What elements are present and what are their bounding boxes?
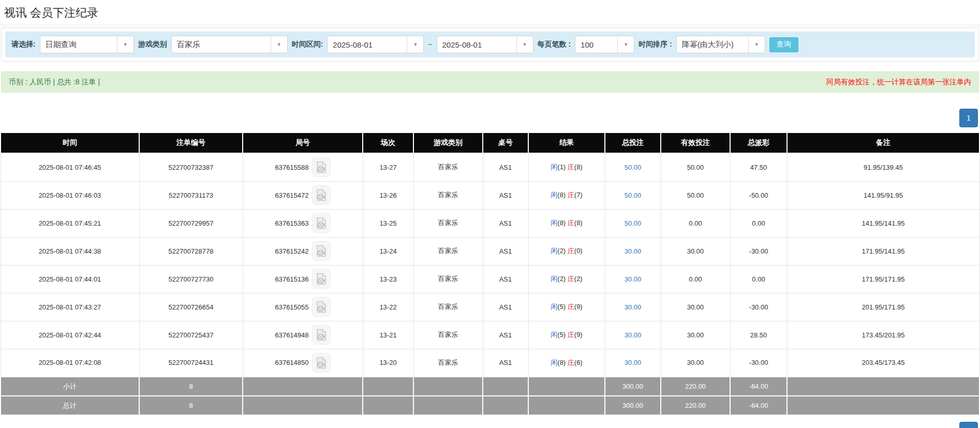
total-bet-link[interactable]: 30.00 — [625, 359, 642, 366]
game-category-cell: 百家乐 — [413, 181, 483, 209]
result-cell: 闲(2) 庄(2) — [528, 265, 605, 293]
time-cell: 2025-08-01 07:43:27 — [1, 293, 139, 321]
subtotal-empty-cell — [243, 377, 363, 396]
banker-result: 庄 — [568, 275, 574, 283]
round-number-cell: 637615242 — [243, 237, 363, 265]
payout-cell: 47.50 — [730, 153, 787, 181]
total-bet-link[interactable]: 30.00 — [625, 275, 642, 283]
game-category-label: 游戏类别 — [138, 40, 167, 49]
total-payout: -64.00 — [730, 396, 787, 415]
film-document-icon — [316, 301, 327, 313]
page-1-button[interactable]: 1 — [959, 422, 978, 428]
total-bet-link[interactable]: 30.00 — [625, 247, 642, 255]
search-button[interactable]: 查询 — [769, 37, 798, 52]
table-number-cell: AS1 — [483, 265, 528, 293]
page-1-button[interactable]: 1 — [959, 109, 978, 127]
video-replay-button[interactable] — [312, 213, 331, 233]
round-number-wrap: 637615363 — [275, 213, 330, 233]
column-header: 有效投注 — [661, 132, 730, 153]
time-cell: 2025-08-01 07:45:21 — [1, 209, 139, 237]
round-number-cell: 637615136 — [243, 265, 363, 293]
result-cell: 闲(2) 庄(0) — [528, 237, 605, 265]
chevron-down-icon: ▼ — [407, 36, 423, 53]
total-bet-cell: 30.00 — [605, 237, 661, 265]
banker-count: (2) — [574, 275, 583, 283]
round-number-cell: 637614948 — [243, 321, 363, 349]
total-empty-cell — [528, 396, 605, 415]
total-bet-link[interactable]: 30.00 — [625, 303, 642, 311]
summary-bar: 币别 : 人民币 | 总共 :8 注单 | 同局有效投注，统一计算在该局第一张注… — [1, 71, 979, 93]
table-header: 时间注单编号局号场次游戏类别桌号结果总投注有效投注总派彩备注 — [1, 132, 979, 153]
total-bet-link[interactable]: 50.00 — [625, 164, 642, 171]
bet-records-table: 时间注单编号局号场次游戏类别桌号结果总投注有效投注总派彩备注 2025-08-0… — [0, 132, 980, 416]
valid-bet-cell: 0.00 — [661, 265, 730, 293]
video-replay-button[interactable] — [312, 325, 331, 345]
video-replay-button[interactable] — [312, 269, 331, 289]
subtotal-valid-bet: 220.00 — [661, 377, 730, 396]
time-sort-select[interactable]: 降幂(由大到小) ▼ — [676, 36, 765, 53]
remark-cell: 91.95/139.45 — [787, 153, 979, 181]
video-replay-button[interactable] — [312, 241, 331, 261]
payout-cell: -30.00 — [730, 237, 787, 265]
player-count: (8) — [557, 191, 566, 199]
payout-cell: 0.00 — [730, 265, 787, 293]
table-row: 2025-08-01 07:46:45522700732387637615588… — [1, 153, 979, 181]
video-replay-button[interactable] — [312, 353, 331, 373]
total-label: 总计 — [1, 396, 139, 415]
subtotal-row: 小计8300.00220.00-64.00 — [1, 377, 979, 396]
valid-bet-cell: 50.00 — [661, 181, 730, 209]
total-bet-cell: 50.00 — [605, 181, 661, 209]
table-row: 2025-08-01 07:42:08522700724431637614850… — [1, 349, 979, 377]
date-to-select[interactable]: 2025-08-01 ▼ — [437, 36, 533, 53]
game-category-select[interactable]: 百家乐 ▼ — [171, 36, 288, 53]
valid-bet-cell: 0.00 — [661, 209, 730, 237]
banker-result: 庄 — [568, 331, 574, 338]
game-category-cell: 百家乐 — [413, 293, 483, 321]
table-row: 2025-08-01 07:44:01522700727730637615136… — [1, 265, 979, 293]
video-replay-button[interactable] — [312, 157, 331, 177]
total-bet-link[interactable]: 50.00 — [625, 219, 642, 227]
total-bet-cell: 50.00 — [605, 153, 661, 181]
round-number-wrap: 637614948 — [275, 325, 330, 345]
round-number-wrap: 637615136 — [275, 269, 330, 289]
video-replay-button[interactable] — [312, 185, 331, 205]
game-category-cell: 百家乐 — [413, 349, 483, 377]
round-number: 637615242 — [275, 247, 308, 255]
subtotal-empty-cell — [528, 377, 605, 396]
banker-result: 庄 — [568, 163, 574, 171]
video-replay-button[interactable] — [312, 297, 331, 317]
query-type-select[interactable]: 日期查询 ▼ — [40, 36, 134, 53]
session-cell: 13-20 — [363, 349, 413, 377]
time-sort-value: 降幂(由大到小) — [677, 36, 748, 53]
round-number-cell: 637615472 — [243, 181, 363, 209]
banker-count: (7) — [574, 191, 583, 199]
table-number-cell: AS1 — [483, 209, 528, 237]
total-bet-link[interactable]: 50.00 — [625, 191, 642, 199]
banker-result: 庄 — [568, 359, 574, 366]
round-number: 637615136 — [275, 275, 308, 283]
subtotal-count: 8 — [139, 377, 243, 396]
filter-panel: 请选择: 日期查询 ▼ 游戏类别 百家乐 ▼ 时间区间: 2025-08-01 … — [1, 27, 979, 62]
chevron-down-icon: ▼ — [117, 36, 133, 53]
game-category-cell: 百家乐 — [413, 265, 483, 293]
session-cell: 13-24 — [363, 237, 413, 265]
time-cell: 2025-08-01 07:46:45 — [1, 153, 139, 181]
payout-cell: -50.00 — [730, 181, 787, 209]
subtotal-empty-cell — [413, 377, 483, 396]
banker-count: (8) — [574, 219, 583, 227]
table-number-cell: AS1 — [483, 321, 528, 349]
page-size-select[interactable]: 100 ▼ — [575, 36, 634, 53]
session-cell: 13-27 — [363, 153, 413, 181]
subtotal-empty-cell — [787, 377, 979, 396]
page-size-label: 每页笔数 : — [538, 40, 571, 49]
player-result: 闲 — [551, 163, 557, 171]
table-number-cell: AS1 — [483, 293, 528, 321]
total-bet-cell: 30.00 — [605, 293, 661, 321]
time-cell: 2025-08-01 07:42:08 — [1, 349, 139, 377]
tilde-separator: ~ — [428, 40, 432, 49]
round-number: 637615055 — [275, 303, 308, 311]
date-from-select[interactable]: 2025-08-01 ▼ — [327, 36, 424, 53]
query-type-value: 日期查询 — [40, 36, 117, 53]
player-result: 闲 — [551, 275, 557, 283]
total-bet-link[interactable]: 30.00 — [625, 331, 642, 339]
